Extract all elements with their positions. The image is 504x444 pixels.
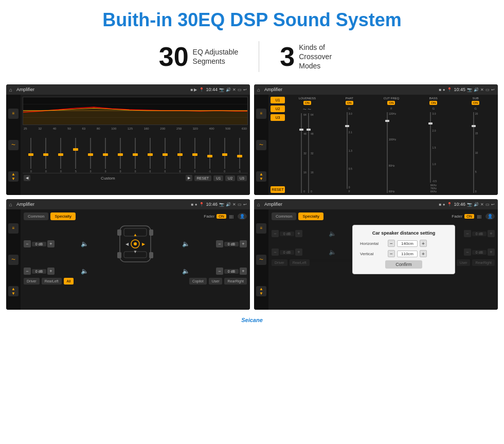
back-icon-4[interactable]: ↩	[491, 202, 495, 207]
cx-u1[interactable]: U1	[271, 97, 285, 103]
db-plus-mr[interactable]: +	[240, 268, 247, 275]
sidebar-btn-eq-2[interactable]: ≡	[256, 109, 266, 119]
tab-common[interactable]: Common	[24, 212, 48, 220]
close-icon-2[interactable]: ✕	[480, 87, 484, 92]
sidebar-btn-wave-4[interactable]: 〜	[256, 255, 266, 265]
sidebar-btn-eq[interactable]: ≡	[8, 109, 19, 119]
db-minus-ml[interactable]: −	[24, 268, 31, 275]
app-title-3: Amplifier	[16, 202, 189, 207]
minimize-icon-3[interactable]: ▭	[238, 202, 242, 207]
sidebar-btn-eq-4[interactable]: ≡	[256, 223, 266, 234]
tab-specialty[interactable]: Specialty	[50, 212, 75, 220]
fader-7[interactable]: 0	[113, 138, 128, 173]
confirm-button[interactable]: Confirm	[385, 260, 422, 269]
sidebar-btn-wave[interactable]: 〜	[8, 140, 19, 150]
horizontal-minus[interactable]: −	[388, 240, 395, 247]
back-icon-3[interactable]: ↩	[243, 202, 247, 207]
record-icon: ■ ▶	[190, 87, 197, 92]
home-icon[interactable]: ⌂	[9, 87, 12, 93]
btn-rear-left[interactable]: RearLeft	[42, 278, 62, 285]
back-icon-1[interactable]: ↩	[243, 87, 247, 92]
sidebar-btn-vol-2[interactable]: ▲▼	[256, 171, 266, 182]
u2-btn[interactable]: U2	[225, 175, 235, 181]
vertical-minus[interactable]: −	[388, 250, 395, 257]
fader-9[interactable]: 0	[143, 138, 158, 173]
fader-10[interactable]: 0	[157, 138, 172, 173]
eq-label: EQ AdjustableSegments	[193, 47, 239, 66]
home-icon-2[interactable]: ⌂	[257, 87, 260, 93]
sub-fader[interactable]: 20151050	[455, 112, 496, 193]
fader-3[interactable]: 0	[53, 138, 68, 173]
bass-fader[interactable]: 3.02.01.51.0-0.5	[413, 112, 454, 183]
fader-2[interactable]: 0	[39, 138, 53, 173]
sidebar-btn-wave-3[interactable]: 〜	[8, 255, 19, 265]
cutfreq-on[interactable]: ON	[387, 101, 395, 105]
fader-on-btn[interactable]: ON	[217, 214, 226, 219]
horizontal-label: Horizontal	[360, 241, 386, 246]
btn-all[interactable]: All	[64, 278, 74, 285]
play-btn[interactable]: ▶	[186, 175, 192, 181]
db-minus-tl[interactable]: −	[24, 240, 31, 247]
fader-slider-4[interactable]: ||||	[477, 214, 481, 219]
fader-slider[interactable]: ||||	[229, 214, 233, 219]
minimize-icon-2[interactable]: ▭	[485, 87, 490, 92]
db-top-4: 0 dB	[472, 232, 487, 236]
fader-12[interactable]: 0	[187, 138, 202, 173]
minimize-icon-4[interactable]: ▭	[485, 202, 490, 207]
btn-user[interactable]: User	[209, 278, 223, 285]
fader-13[interactable]: -1	[202, 138, 217, 173]
cx-u3[interactable]: U3	[271, 114, 285, 121]
svg-rect-11	[149, 252, 153, 258]
home-icon-4[interactable]: ⌂	[257, 202, 260, 207]
loudness-on[interactable]: ON	[303, 101, 311, 105]
phat-fader[interactable]: 3.02.11.30.50	[329, 112, 370, 189]
cx-u2[interactable]: U2	[271, 105, 285, 112]
db-minus-mr[interactable]: −	[216, 268, 223, 275]
cx-reset[interactable]: RESET	[271, 186, 285, 193]
fader-5[interactable]: 0	[83, 138, 98, 173]
sidebar-btn-eq-3[interactable]: ≡	[8, 223, 19, 234]
fader-8[interactable]: 0	[128, 138, 143, 173]
volume-icon-2: 🔊	[474, 87, 479, 92]
phat-on[interactable]: ON	[346, 101, 353, 105]
fader-1[interactable]: 0	[24, 138, 39, 173]
bass-on[interactable]: ON	[429, 101, 437, 105]
btn-driver[interactable]: Driver	[24, 278, 40, 285]
fader-11[interactable]: 0	[172, 138, 187, 173]
loudness-fader[interactable]: 644832160 644832160	[287, 113, 328, 193]
tab-specialty-4[interactable]: Specialty	[298, 212, 323, 220]
u1-btn[interactable]: U1	[213, 175, 223, 181]
fader-on-btn-4[interactable]: ON	[464, 214, 474, 219]
status-icons-2: 📍 10:45 📷 🔊 ✕ ▭ ↩	[447, 87, 495, 92]
minimize-icon-1[interactable]: ▭	[238, 87, 242, 92]
sidebar-btn-vol-4[interactable]: ▲▼	[256, 286, 266, 296]
db-plus-tl[interactable]: +	[47, 240, 55, 247]
svg-rect-10	[117, 252, 121, 258]
home-icon-3[interactable]: ⌂	[9, 202, 12, 207]
sidebar-btn-wave-2[interactable]: 〜	[256, 140, 266, 150]
close-icon-4[interactable]: ✕	[480, 202, 484, 207]
tab-common-4[interactable]: Common	[272, 212, 296, 220]
btn-copilot[interactable]: Copilot	[189, 278, 207, 285]
close-icon-3[interactable]: ✕	[232, 202, 236, 207]
u3-btn[interactable]: U3	[237, 175, 247, 181]
db-plus-tr[interactable]: +	[240, 240, 247, 247]
close-icon-1[interactable]: ✕	[232, 87, 236, 92]
db-plus-ml[interactable]: +	[47, 268, 55, 275]
horizontal-plus[interactable]: +	[420, 240, 427, 247]
cutfreq-fader[interactable]: 120Hz100Hz80Hz60Hz	[371, 112, 412, 193]
fader-14[interactable]: 0	[217, 138, 232, 173]
sub-on[interactable]: ON	[472, 101, 479, 105]
vertical-plus[interactable]: +	[420, 250, 427, 257]
prev-btn[interactable]: ◀	[24, 175, 30, 181]
back-icon-2[interactable]: ↩	[491, 87, 495, 92]
fader-6[interactable]: 0	[98, 138, 113, 173]
btn-rear-right[interactable]: RearRight	[224, 278, 247, 285]
db-minus-tr[interactable]: −	[216, 240, 223, 247]
fader-15[interactable]: -1	[232, 138, 247, 173]
sidebar-btn-vol[interactable]: ▲▼	[8, 171, 19, 182]
reset-btn[interactable]: RESET	[194, 175, 211, 181]
fader-4[interactable]: 5	[68, 138, 83, 173]
sidebar-btn-vol-3[interactable]: ▲▼	[8, 286, 19, 296]
eq-faders[interactable]: 0 0 0 5 0 0 0 0 0 0 0 0 -1 0 -1	[23, 132, 248, 173]
